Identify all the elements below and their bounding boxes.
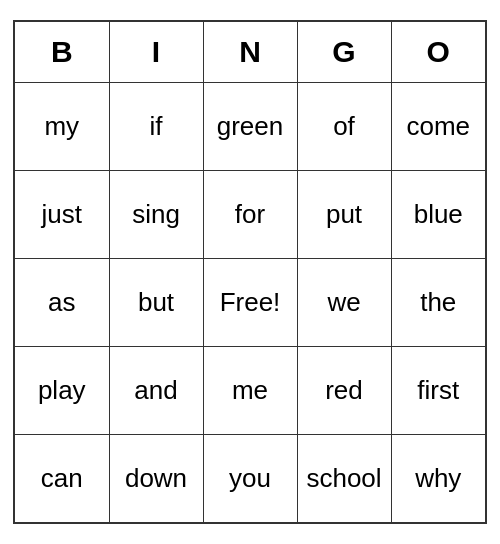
cell-r1-c4: blue xyxy=(391,170,485,258)
cell-r4-c4: why xyxy=(391,434,485,522)
cell-r2-c2: Free! xyxy=(203,258,297,346)
cell-r3-c0: play xyxy=(15,346,109,434)
header-i: I xyxy=(109,22,203,82)
header-row: B I N G O xyxy=(15,22,485,82)
cell-r2-c4: the xyxy=(391,258,485,346)
row-2: asbutFree!wethe xyxy=(15,258,485,346)
bingo-table: B I N G O myifgreenofcomejustsingforputb… xyxy=(15,22,485,522)
cell-r4-c0: can xyxy=(15,434,109,522)
row-1: justsingforputblue xyxy=(15,170,485,258)
cell-r2-c3: we xyxy=(297,258,391,346)
cell-r2-c0: as xyxy=(15,258,109,346)
cell-r0-c3: of xyxy=(297,82,391,170)
cell-r2-c1: but xyxy=(109,258,203,346)
bingo-card: B I N G O myifgreenofcomejustsingforputb… xyxy=(13,20,487,524)
cell-r4-c1: down xyxy=(109,434,203,522)
cell-r0-c4: come xyxy=(391,82,485,170)
cell-r3-c4: first xyxy=(391,346,485,434)
cell-r1-c1: sing xyxy=(109,170,203,258)
cell-r1-c2: for xyxy=(203,170,297,258)
cell-r0-c0: my xyxy=(15,82,109,170)
header-b: B xyxy=(15,22,109,82)
cell-r4-c2: you xyxy=(203,434,297,522)
header-g: G xyxy=(297,22,391,82)
cell-r3-c1: and xyxy=(109,346,203,434)
header-o: O xyxy=(391,22,485,82)
cell-r1-c3: put xyxy=(297,170,391,258)
cell-r1-c0: just xyxy=(15,170,109,258)
header-n: N xyxy=(203,22,297,82)
cell-r4-c3: school xyxy=(297,434,391,522)
cell-r3-c2: me xyxy=(203,346,297,434)
cell-r0-c2: green xyxy=(203,82,297,170)
row-4: candownyouschoolwhy xyxy=(15,434,485,522)
row-0: myifgreenofcome xyxy=(15,82,485,170)
cell-r3-c3: red xyxy=(297,346,391,434)
cell-r0-c1: if xyxy=(109,82,203,170)
row-3: playandmeredfirst xyxy=(15,346,485,434)
